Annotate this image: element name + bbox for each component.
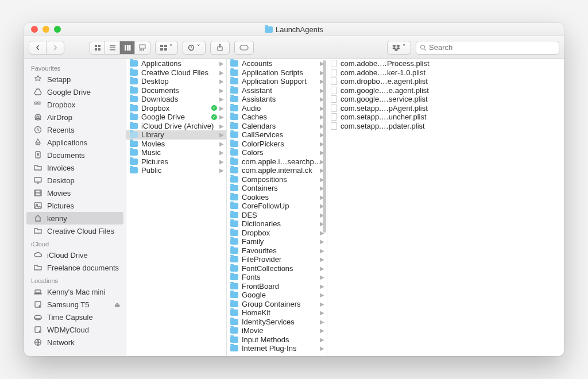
list-item[interactable]: FontCollections▶ xyxy=(227,264,327,273)
search-input[interactable] xyxy=(429,43,555,52)
sidebar-item-documents[interactable]: Documents xyxy=(24,149,126,161)
list-item[interactable]: Google▶ xyxy=(227,291,327,300)
list-item[interactable]: Movies▶ xyxy=(126,140,226,149)
sidebar-item-network[interactable]: Network xyxy=(24,336,126,349)
list-item[interactable]: com.apple.internal.ck▶ xyxy=(227,166,327,175)
list-item[interactable]: iMovie▶ xyxy=(227,326,327,335)
sidebar-item-movies[interactable]: Movies xyxy=(24,187,126,199)
list-item[interactable]: Family▶ xyxy=(227,237,327,246)
list-item[interactable]: Music▶ xyxy=(126,148,226,157)
sidebar-item-creative-cloud-files[interactable]: Creative Cloud Files xyxy=(24,225,126,237)
list-item[interactable]: com.dropbo…e.agent.plist xyxy=(327,77,564,86)
sidebar-item-google-drive[interactable]: Google Drive xyxy=(24,86,126,98)
list-item[interactable]: DES▶ xyxy=(227,211,327,220)
view-gallery-button[interactable] xyxy=(135,41,150,54)
view-list-button[interactable] xyxy=(105,41,120,54)
list-item[interactable]: CallServices▶ xyxy=(227,130,327,140)
column-2[interactable]: com.adobe.…Process.plistcom.adobe.…ker-1… xyxy=(327,59,564,356)
list-item[interactable]: Google Drive✓▶ xyxy=(126,113,226,122)
list-item[interactable]: Desktop▶ xyxy=(126,77,226,86)
dropbox-menu-button[interactable]: ˅ xyxy=(387,41,411,55)
list-item[interactable]: IdentityServices▶ xyxy=(227,318,327,327)
list-item[interactable]: iCloud Drive (Archive)▶ xyxy=(126,122,226,131)
list-item[interactable]: FrontBoard▶ xyxy=(227,282,327,291)
sidebar-item-wdmycloud[interactable]: WDMyCloud xyxy=(24,323,126,336)
share-button[interactable] xyxy=(210,41,230,55)
folder-icon xyxy=(230,230,238,236)
eject-icon[interactable]: ⏏ xyxy=(114,301,120,308)
folder-icon xyxy=(230,185,238,191)
list-item[interactable]: com.setapp.…pdater.plist xyxy=(327,122,564,131)
list-item[interactable]: com.adobe.…ker-1.0.plist xyxy=(327,68,564,78)
list-item[interactable]: Application Scripts▶ xyxy=(227,68,327,78)
group-by-button[interactable]: ˅ xyxy=(155,41,178,55)
column-1[interactable]: Accounts▶Application Scripts▶Application… xyxy=(227,59,327,356)
view-icons-button[interactable] xyxy=(90,41,105,54)
list-item[interactable]: Accounts▶ xyxy=(227,59,327,68)
list-item[interactable]: com.adobe.…Process.plist xyxy=(327,59,564,68)
sidebar-item-time-capsule[interactable]: Time Capsule xyxy=(24,311,126,323)
list-item[interactable]: Documents▶ xyxy=(126,86,226,95)
sidebar-item-kenny-s-mac-mini[interactable]: Kenny's Mac mini xyxy=(24,285,126,298)
list-item[interactable]: Fonts▶ xyxy=(227,273,327,282)
list-item[interactable]: Dropbox✓▶ xyxy=(126,104,226,113)
tags-button[interactable] xyxy=(234,41,254,55)
file-icon xyxy=(331,105,337,112)
sidebar-item-icloud-drive[interactable]: iCloud Drive xyxy=(24,249,126,261)
sidebar-item-invoices[interactable]: Invoices xyxy=(24,161,126,174)
sidebar-item-desktop[interactable]: Desktop xyxy=(24,174,126,187)
list-item[interactable]: Favourites▶ xyxy=(227,246,327,256)
sidebar[interactable]: FavouritesSetappGoogle DriveDropboxAirDr… xyxy=(24,59,126,356)
sidebar-item-dropbox[interactable]: Dropbox xyxy=(24,98,126,111)
action-menu-button[interactable]: ˅ xyxy=(183,41,206,55)
list-item[interactable]: CoreFollowUp▶ xyxy=(227,202,327,211)
list-item[interactable]: Internet Plug-Ins▶ xyxy=(227,344,327,353)
list-item[interactable]: Applications▶ xyxy=(126,59,226,68)
list-item[interactable]: Assistant▶ xyxy=(227,86,327,95)
search-field[interactable] xyxy=(416,41,559,55)
list-item[interactable]: Containers▶ xyxy=(227,184,327,193)
list-item[interactable]: ColorPickers▶ xyxy=(227,140,327,149)
forward-button[interactable] xyxy=(47,41,64,54)
view-columns-button[interactable] xyxy=(120,41,135,54)
sidebar-item-pictures[interactable]: Pictures xyxy=(24,199,126,212)
list-item[interactable]: HomeKit▶ xyxy=(227,308,327,318)
sidebar-item-airdrop[interactable]: AirDrop xyxy=(24,111,126,123)
back-button[interactable] xyxy=(29,41,47,54)
list-item[interactable]: Compositions▶ xyxy=(227,175,327,184)
list-item[interactable]: Cookies▶ xyxy=(227,193,327,202)
close-button[interactable] xyxy=(31,26,38,33)
list-item[interactable]: com.setapp.…uncher.plist xyxy=(327,113,564,122)
list-item[interactable]: FileProvider▶ xyxy=(227,255,327,264)
sidebar-item-applications[interactable]: Applications xyxy=(24,136,126,149)
minimize-button[interactable] xyxy=(42,26,49,33)
sidebar-item-setapp[interactable]: Setapp xyxy=(24,73,126,86)
list-item[interactable]: Pictures▶ xyxy=(126,157,226,167)
list-item[interactable]: Public▶ xyxy=(126,166,226,175)
list-item[interactable]: Creative Cloud Files▶ xyxy=(126,68,226,78)
column-0[interactable]: Applications▶Creative Cloud Files▶Deskto… xyxy=(126,59,227,356)
list-item[interactable]: Application Support▶ xyxy=(227,77,327,86)
list-item[interactable]: Colors▶ xyxy=(227,148,327,157)
zoom-button[interactable] xyxy=(54,26,61,33)
scrollbar[interactable] xyxy=(323,60,326,233)
list-item[interactable]: Assistants▶ xyxy=(227,95,327,104)
sidebar-item-freelance-documents[interactable]: Freelance documents xyxy=(24,261,126,274)
list-item[interactable]: Group Containers▶ xyxy=(227,300,327,309)
list-item[interactable]: Caches▶ xyxy=(227,113,327,122)
list-item[interactable]: Calendars▶ xyxy=(227,122,327,131)
list-item-label: Application Scripts xyxy=(242,68,303,77)
list-item[interactable]: com.apple.i…searchpartyd▶ xyxy=(227,157,327,167)
list-item[interactable]: Dropbox▶ xyxy=(227,229,327,238)
list-item[interactable]: com.google.…e.agent.plist xyxy=(327,86,564,95)
list-item[interactable]: Input Methods▶ xyxy=(227,335,327,345)
list-item[interactable]: Library▶ xyxy=(126,130,226,140)
list-item[interactable]: com.google.…service.plist xyxy=(327,95,564,104)
list-item[interactable]: com.setapp.…pAgent.plist xyxy=(327,104,564,113)
sidebar-item-kenny[interactable]: kenny xyxy=(26,212,123,225)
list-item[interactable]: Dictionaries▶ xyxy=(227,219,327,229)
sidebar-item-samsung-t5[interactable]: Samsung T5⏏ xyxy=(24,298,126,311)
list-item[interactable]: Downloads▶ xyxy=(126,95,226,104)
list-item[interactable]: Audio▶ xyxy=(227,104,327,113)
sidebar-item-recents[interactable]: Recents xyxy=(24,123,126,136)
